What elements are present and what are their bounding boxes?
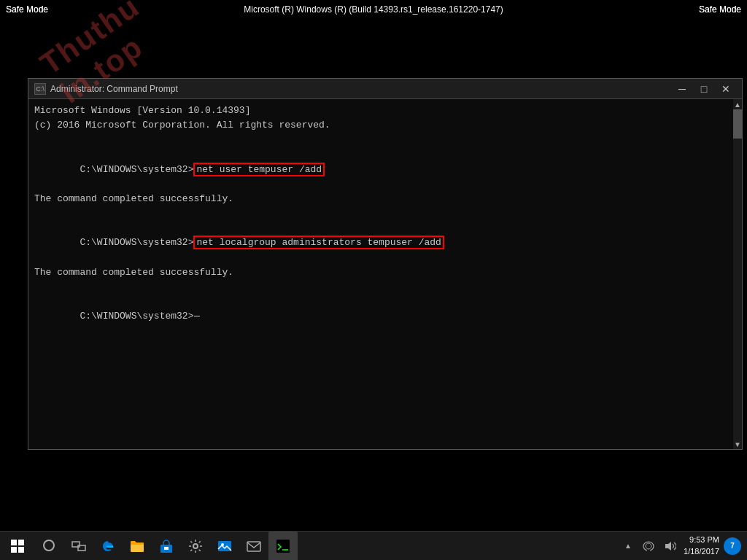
scrollbar-track[interactable] <box>733 109 742 439</box>
edge-icon <box>101 539 115 553</box>
svg-rect-3 <box>18 547 24 553</box>
cmd-controls: ─ □ ✕ <box>672 82 736 96</box>
settings-button[interactable] <box>181 532 210 561</box>
notification-badge[interactable]: 7 <box>724 537 741 555</box>
close-button[interactable]: ✕ <box>716 82 736 96</box>
cmd-titlebar: C:\ Administrator: Command Prompt ─ □ ✕ <box>28 79 742 99</box>
chevron-up-icon: ▲ <box>624 542 632 550</box>
output-line-blank-2 <box>34 206 726 221</box>
cmd-title-text: Administrator: Command Prompt <box>50 84 672 94</box>
file-explorer-button[interactable] <box>123 532 152 561</box>
volume-button[interactable] <box>662 532 679 561</box>
edge-button[interactable] <box>93 532 123 561</box>
clock-date: 1/18/2017 <box>684 546 719 557</box>
svg-rect-2 <box>11 547 17 553</box>
taskbar-right: ▲ 9:53 PM 1/18/2017 7 <box>615 532 747 561</box>
minimize-button[interactable]: ─ <box>672 82 692 96</box>
start-button[interactable] <box>0 532 35 561</box>
volume-icon <box>665 540 676 552</box>
prompt-1: C:\WINDOWS\system32> <box>80 164 193 175</box>
cmd-icon-taskbar <box>276 539 290 553</box>
taskbar-clock[interactable]: 9:53 PM 1/18/2017 <box>684 534 719 557</box>
prompt-2: C:\WINDOWS\system32> <box>80 237 193 248</box>
output-line-1: Microsoft Windows [Version 10.0.14393] <box>34 104 726 118</box>
network-button[interactable] <box>640 532 657 561</box>
file-explorer-icon <box>130 539 144 553</box>
svg-rect-1 <box>18 540 24 545</box>
svg-rect-13 <box>247 542 260 551</box>
output-line-5: The command completed successfully. <box>34 265 726 280</box>
photos-icon <box>217 539 232 553</box>
task-view-icon <box>71 539 86 553</box>
mail-button[interactable] <box>239 532 268 561</box>
store-button[interactable] <box>152 532 181 561</box>
start-icon <box>10 539 25 553</box>
svg-rect-0 <box>11 540 17 545</box>
settings-icon <box>188 539 203 553</box>
output-line-2: (c) 2016 Microsoft Corporation. All righ… <box>34 118 726 133</box>
network-icon <box>643 540 654 552</box>
search-icon <box>42 539 57 553</box>
scrollbar-thumb[interactable] <box>733 109 742 139</box>
clock-time: 9:53 PM <box>684 534 719 545</box>
cmd-icon: C:\ <box>34 83 46 95</box>
windows-title-bar: Microsoft (R) Windows (R) (Build 14393.r… <box>244 4 503 15</box>
svg-rect-11 <box>218 541 231 551</box>
mail-icon <box>247 539 261 553</box>
svg-rect-14 <box>276 540 290 553</box>
cmd-window: C:\ Administrator: Command Prompt ─ □ ✕ … <box>28 78 743 450</box>
output-line-3: The command completed successfully. <box>34 192 726 206</box>
svg-point-10 <box>193 544 198 548</box>
scroll-up-arrow[interactable]: ▲ <box>733 99 742 109</box>
cmd-highlight-2: net localgroup administrators tempuser /… <box>193 236 444 249</box>
svg-point-4 <box>44 540 54 551</box>
photos-button[interactable] <box>210 532 239 561</box>
search-button[interactable] <box>35 532 64 561</box>
cursor <box>194 316 200 316</box>
scrollbar[interactable]: ▲ ▼ <box>733 99 742 449</box>
cmd-taskbar-button[interactable] <box>268 532 298 561</box>
output-line-blank-1 <box>34 133 726 147</box>
cmd-line-5: C:\WINDOWS\system32>net localgroup admin… <box>34 221 726 265</box>
cmd-line-7: C:\WINDOWS\system32> <box>34 295 726 338</box>
store-icon <box>159 539 174 553</box>
cmd-highlight-1: net user tempuser /add <box>193 163 325 176</box>
output-line-blank-3 <box>34 280 726 295</box>
task-view-button[interactable] <box>64 532 93 561</box>
hidden-icons-button[interactable]: ▲ <box>621 532 635 561</box>
svg-rect-9 <box>164 547 169 550</box>
cmd-content: Microsoft Windows [Version 10.0.14393] (… <box>34 104 736 338</box>
cmd-body: ▲ ▼ Microsoft Windows [Version 10.0.1439… <box>28 99 742 449</box>
svg-marker-16 <box>665 542 671 551</box>
cmd-line-3: C:\WINDOWS\system32>net user tempuser /a… <box>34 147 726 191</box>
prompt-3: C:\WINDOWS\system32> <box>80 311 193 322</box>
maximize-button[interactable]: □ <box>694 82 714 96</box>
scroll-down-arrow[interactable]: ▼ <box>733 439 742 449</box>
taskbar: ▲ 9:53 PM 1/18/2017 7 <box>0 531 747 560</box>
